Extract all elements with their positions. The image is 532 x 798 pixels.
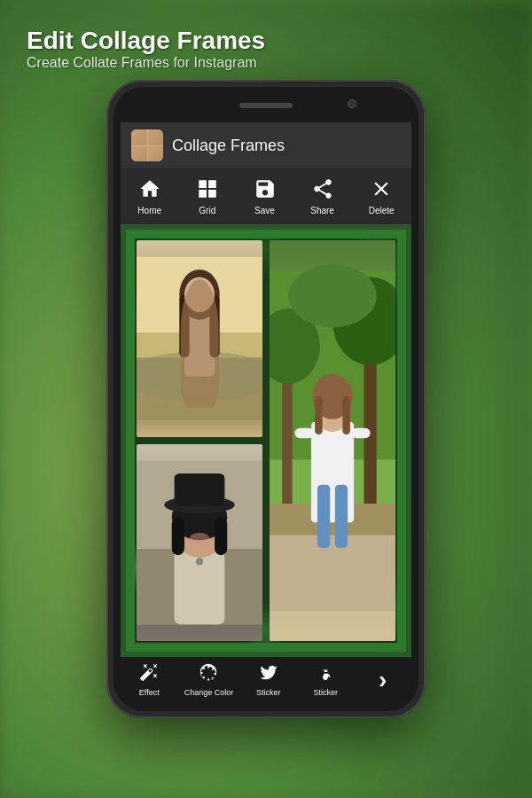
toolbar-grid[interactable]: Grid bbox=[189, 174, 226, 219]
chevron-right-icon: › bbox=[379, 666, 387, 694]
photo-cell-1[interactable] bbox=[137, 240, 262, 437]
svg-point-30 bbox=[196, 558, 204, 566]
top-text-area: Edit Collage Frames Create Collate Frame… bbox=[27, 27, 505, 71]
svg-rect-22 bbox=[351, 428, 370, 438]
phone-camera bbox=[348, 99, 356, 108]
svg-rect-37 bbox=[175, 473, 225, 506]
bottom-toolbar: Effect Change Color bbox=[121, 657, 411, 704]
svg-point-38 bbox=[190, 533, 210, 545]
toolbar-home-label: Home bbox=[137, 206, 161, 215]
phone-inner: Collage Frames Home bbox=[113, 87, 419, 711]
app-title: Collage Frames bbox=[172, 137, 285, 155]
bird-icon bbox=[259, 662, 278, 685]
svg-rect-4 bbox=[184, 301, 215, 376]
svg-rect-21 bbox=[294, 428, 313, 438]
toolbar-delete-label: Delete bbox=[369, 206, 395, 215]
home-icon bbox=[138, 177, 161, 204]
toolbar-save-label: Save bbox=[254, 206, 275, 215]
main-toolbar: Home Grid Save bbox=[121, 168, 411, 224]
svg-rect-34 bbox=[172, 518, 184, 556]
toolbar-share-label: Share bbox=[310, 206, 334, 215]
delete-icon bbox=[370, 177, 393, 204]
toolbar-delete[interactable]: Delete bbox=[362, 174, 402, 219]
sticker2-label: Sticker bbox=[313, 688, 338, 697]
app-header: Collage Frames bbox=[121, 122, 411, 168]
svg-rect-7 bbox=[209, 294, 219, 357]
app-icon bbox=[131, 129, 163, 161]
side-button-mute bbox=[424, 257, 426, 301]
photo-cell-3[interactable] bbox=[137, 444, 262, 641]
svg-point-8 bbox=[184, 277, 215, 312]
sticker1-label: Sticker bbox=[256, 688, 281, 697]
svg-rect-11 bbox=[282, 372, 292, 522]
toolbar-grid-label: Grid bbox=[199, 206, 215, 215]
svg-rect-6 bbox=[179, 294, 189, 357]
grid-icon bbox=[196, 177, 219, 204]
change-color-label: Change Color bbox=[184, 688, 234, 697]
svg-rect-26 bbox=[342, 396, 350, 434]
share-icon bbox=[311, 177, 334, 204]
effect-icon bbox=[139, 662, 159, 685]
photos-grid bbox=[137, 240, 395, 641]
next-button[interactable]: › bbox=[361, 666, 405, 694]
toolbar-home[interactable]: Home bbox=[130, 174, 168, 219]
main-heading: Edit Collage Frames bbox=[27, 27, 505, 55]
phone-screen: Collage Frames Home bbox=[121, 122, 411, 704]
toolbar-save[interactable]: Save bbox=[246, 174, 284, 219]
effect-label: Effect bbox=[139, 688, 160, 697]
photo-cell-2[interactable] bbox=[270, 240, 395, 641]
change-color-button[interactable]: Change Color bbox=[184, 662, 234, 697]
save-icon bbox=[254, 177, 277, 204]
subtitle: Create Collate Frames for Instagram bbox=[27, 55, 505, 71]
flower-icon bbox=[316, 662, 335, 685]
side-button-volume bbox=[106, 257, 108, 293]
svg-rect-19 bbox=[317, 485, 330, 548]
sticker1-button[interactable]: Sticker bbox=[246, 662, 291, 697]
collage-area[interactable] bbox=[121, 224, 411, 657]
sticker2-button[interactable]: Sticker bbox=[303, 662, 348, 697]
svg-rect-20 bbox=[335, 485, 348, 548]
svg-point-3 bbox=[137, 351, 262, 402]
side-button-power bbox=[424, 222, 426, 248]
aperture-icon bbox=[199, 662, 218, 685]
svg-rect-25 bbox=[315, 396, 323, 434]
svg-rect-16 bbox=[270, 522, 395, 610]
phone-speaker bbox=[239, 103, 293, 108]
toolbar-share[interactable]: Share bbox=[303, 174, 341, 219]
svg-rect-35 bbox=[215, 518, 227, 556]
effect-button[interactable]: Effect bbox=[127, 662, 171, 697]
svg-point-15 bbox=[288, 264, 376, 327]
phone-frame: Collage Frames Home bbox=[106, 80, 426, 718]
svg-rect-2 bbox=[137, 257, 262, 332]
